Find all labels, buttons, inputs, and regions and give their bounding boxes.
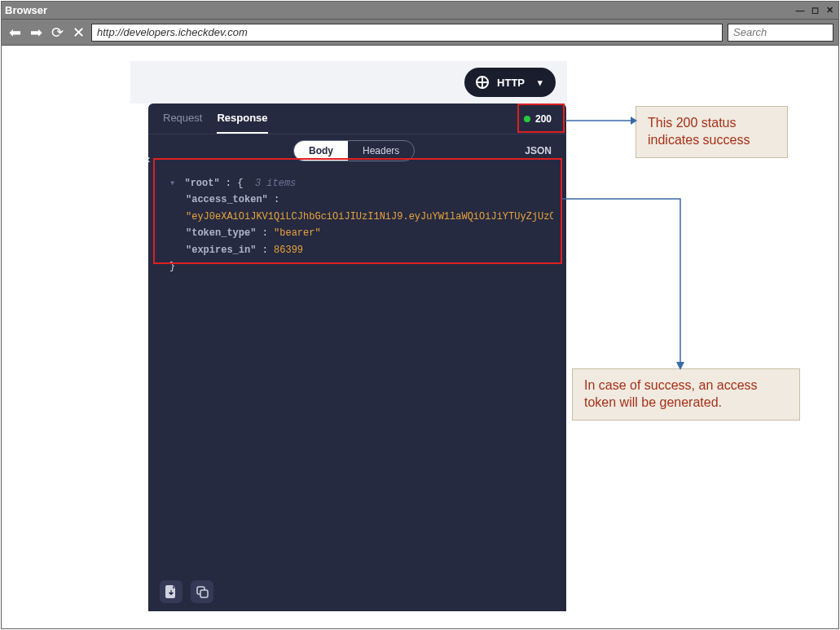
- format-label: JSON: [525, 145, 552, 156]
- json-value-access-token: "eyJ0eXAiOiJKV1QiLCJhbGciOiJIUzI1NiJ9.ey…: [186, 211, 553, 222]
- copy-icon: [196, 586, 209, 598]
- globe-icon: [476, 76, 489, 89]
- annotation-token: In case of success, an access token will…: [572, 368, 800, 421]
- window-title: Browser: [5, 4, 47, 16]
- json-value-expires-in: 86399: [274, 245, 303, 256]
- titlebar: Browser — ◻ ✕: [2, 2, 838, 20]
- reload-button[interactable]: ⟳: [49, 24, 65, 42]
- svg-rect-1: [200, 590, 208, 597]
- status-indicator: 200: [524, 113, 552, 125]
- json-key-expires-in: "expires_in": [186, 245, 256, 256]
- back-button[interactable]: ⬅: [7, 24, 23, 42]
- close-button[interactable]: ✕: [824, 5, 835, 16]
- json-key-root: "root": [184, 178, 219, 189]
- annotation-status: This 200 status indicates success: [635, 106, 788, 158]
- tab-request[interactable]: Request: [163, 104, 202, 134]
- status-dot-icon: [524, 116, 530, 122]
- browser-toolbar: ⬅ ➡ ⟳ ✕: [2, 20, 838, 46]
- arrow-token: [562, 196, 684, 372]
- json-brace-open: : {: [226, 178, 244, 189]
- search-input[interactable]: [728, 24, 833, 42]
- json-viewer: ▾ "root" : { 3 items "access_token" : "e…: [148, 167, 566, 283]
- json-key-token-type: "token_type": [186, 227, 256, 239]
- segment-body[interactable]: Body: [294, 141, 348, 161]
- panel-tabs-row: Request Response 200: [148, 104, 566, 134]
- browser-window: Browser — ◻ ✕ ⬅ ➡ ⟳ ✕ HTTP ▾ ‹ Request: [1, 1, 839, 629]
- app-header-bar: HTTP ▾: [130, 61, 567, 104]
- maximize-button[interactable]: ◻: [809, 5, 820, 16]
- arrow-status: [565, 116, 637, 126]
- viewport: HTTP ▾ ‹ Request Response 200 Body Head: [2, 46, 838, 628]
- http-method-dropdown[interactable]: HTTP ▾: [464, 68, 556, 97]
- json-items-count: 3 items: [255, 178, 296, 189]
- copy-button[interactable]: [191, 580, 213, 603]
- panel-subheader: Body Headers JSON: [148, 134, 566, 167]
- json-key-access-token: "access_token": [186, 194, 268, 205]
- document-icon: [165, 585, 177, 598]
- minimize-button[interactable]: —: [794, 5, 806, 16]
- forward-button[interactable]: ➡: [28, 24, 44, 42]
- json-brace-close: }: [169, 261, 175, 272]
- json-value-token-type: "bearer": [274, 227, 321, 239]
- address-bar[interactable]: [91, 24, 723, 42]
- download-button[interactable]: [160, 580, 183, 603]
- caret-down-icon[interactable]: ▾: [169, 178, 175, 189]
- segment-headers[interactable]: Headers: [348, 141, 414, 161]
- tab-response[interactable]: Response: [217, 104, 267, 134]
- status-code: 200: [535, 113, 552, 125]
- chevron-down-icon: ▾: [538, 77, 543, 88]
- response-panel: ‹ Request Response 200 Body Headers JSON: [148, 104, 566, 611]
- stop-button[interactable]: ✕: [70, 24, 86, 42]
- http-dropdown-label: HTTP: [497, 77, 525, 89]
- body-headers-toggle: Body Headers: [293, 140, 415, 161]
